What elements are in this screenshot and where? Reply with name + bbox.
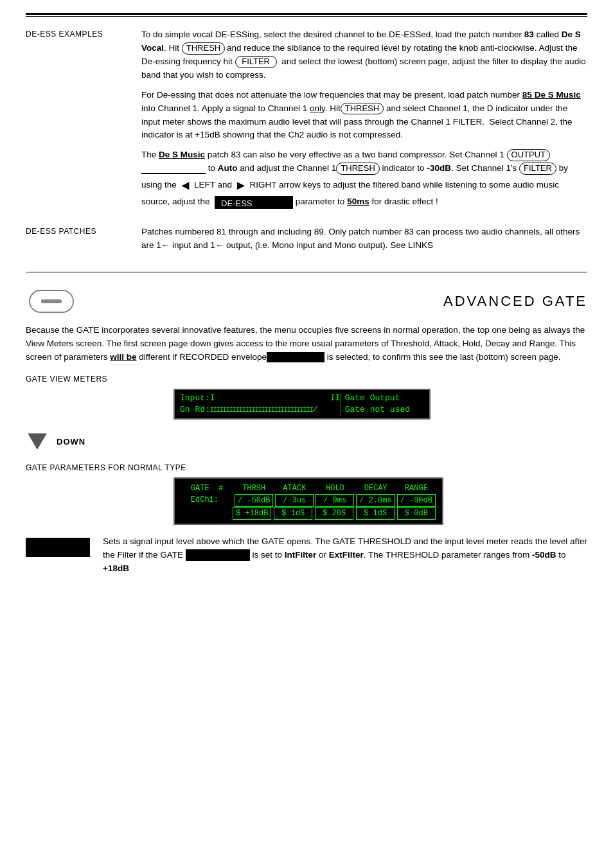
de-ess-patches-label: DE-ESS PATCHES: [26, 226, 141, 259]
param-range-val: / -90dB: [397, 494, 436, 507]
param-thrsh-label: THRSH: [235, 483, 273, 494]
down-arrow-row: DOWN: [26, 430, 587, 453]
lcd-left-panel: Input:I II Gn Rd:IIIIIIIIIIIIIIIIIIIIIII…: [180, 393, 341, 416]
50ms-label: 50ms: [347, 197, 369, 206]
range-to-label: +18dB: [103, 563, 129, 573]
de-ess-patches-content: Patches numbered 81 through and includin…: [141, 226, 587, 259]
gate-params-lcd: GATE # THRSH ATACK HOLD DECAY RANGE EdCh…: [173, 477, 443, 525]
gate-view-meters-label: GATE VIEW METERS: [26, 375, 587, 384]
range-from-label: -50dB: [532, 550, 556, 560]
gate-icon-bar: [41, 299, 62, 303]
param-hold-val: / 9ms: [315, 494, 354, 507]
param-edch1: EdCh1:: [181, 494, 233, 507]
minus-30db: -30dB: [427, 163, 451, 173]
lcd-row-1: Input:I II Gn Rd:IIIIIIIIIIIIIIIIIIIIIII…: [180, 393, 424, 416]
param-hold-val2: $ 20S: [315, 507, 353, 520]
patch-number-83: 83: [524, 30, 534, 39]
param-decay-val2: $ 1dS: [356, 507, 395, 520]
lcd-input-row: Input:I II: [180, 393, 341, 404]
params-row-2: EdCh1: / -50dB / 3us / 9ms / 2.0ms / -90…: [181, 494, 436, 507]
gate-icon-oval: [29, 290, 74, 313]
advanced-gate-header: ADVANCED GATE: [26, 285, 587, 317]
ext-filter-label: ExtFilter: [329, 550, 364, 560]
param-atack-label: ATACK: [275, 483, 314, 494]
output-input[interactable]: [141, 164, 206, 174]
top-rule-thin: [26, 16, 587, 17]
threshold-p1: Sets a signal input level above which th…: [103, 535, 587, 576]
auto-label: Auto: [218, 163, 238, 173]
gate-params-container: GATE # THRSH ATACK HOLD DECAY RANGE EdCh…: [26, 477, 587, 525]
patch-85-label: 85 De S Music: [522, 90, 581, 100]
advanced-gate-intro: Because the GATE incorporates several in…: [26, 324, 587, 364]
gate-params-label: GATE PARAMETERS FOR NORMAL TYPE: [26, 463, 587, 472]
de-ess-param-box: DE-ESS: [215, 196, 293, 209]
left-arrow-icon: ◄: [179, 178, 192, 192]
lcd-gate-not-used: Gate not used: [345, 404, 424, 416]
filter-button-2[interactable]: FILTER: [519, 163, 556, 175]
meter-bar: IIIIIIIIIIIIIIIIIIIIIIIIIIIIIIII: [210, 406, 313, 415]
svg-marker-0: [28, 434, 46, 449]
threshold-content: Sets a signal input level above which th…: [103, 535, 587, 576]
param-atack-val: / 3us: [275, 494, 314, 507]
gate-meters-display: Input:I II Gn Rd:IIIIIIIIIIIIIIIIIIIIIII…: [173, 389, 587, 420]
gate-icon-container: [26, 285, 77, 317]
top-rule-thick: [26, 13, 587, 15]
de-ess-p2: For De-essing that does not attenuate th…: [141, 89, 587, 143]
de-ess-p1: To do simple vocal DE-ESSing, select the…: [141, 28, 587, 82]
de-ess-patches-text: Patches numbered 81 through and includin…: [141, 226, 587, 252]
param-hold-label: HOLD: [316, 483, 355, 494]
param-range-val2: $ 0dB: [397, 507, 436, 520]
will-be-text: will be: [110, 352, 136, 362]
param-thrsh-val: / -50dB: [235, 494, 273, 507]
de-ess-examples-content: To do simple vocal DE-ESSing, select the…: [141, 28, 587, 215]
lcd-meter-row: Gn Rd:IIIIIIIIIIIIIIIIIIIIIIIIIIIIIIII/: [180, 404, 341, 416]
threshold-section: Sets a signal input level above which th…: [26, 535, 587, 576]
params-row-3: $ +18dB $ 1dS $ 20S $ 1dS $ 0dB: [233, 507, 436, 520]
thresh-button-1[interactable]: THRESH: [182, 42, 225, 55]
filter-button-1[interactable]: FILTER: [235, 56, 277, 68]
lcd-gate-output: Gate Output: [345, 393, 424, 404]
advanced-gate-title: ADVANCED GATE: [77, 293, 587, 310]
thresh-button-2[interactable]: THRESH: [341, 103, 384, 115]
de-s-music-label: De S Music: [159, 150, 205, 159]
gate-type-input[interactable]: [186, 549, 250, 561]
right-arrow-icon: ►: [235, 178, 247, 192]
param-decay-label: DECAY: [357, 483, 395, 494]
gate-params-display: GATE # THRSH ATACK HOLD DECAY RANGE EdCh…: [173, 477, 587, 525]
params-row-1: GATE # THRSH ATACK HOLD DECAY RANGE: [181, 483, 436, 494]
de-ess-patches-section: DE-ESS PATCHES Patches numbered 81 throu…: [26, 226, 587, 259]
down-arrow-icon: [26, 430, 49, 453]
down-label: DOWN: [57, 437, 85, 447]
int-filter-label: IntFilter: [285, 550, 317, 560]
de-ess-examples-label: DE-ESS EXAMPLES: [26, 28, 141, 215]
de-ess-examples-section: DE-ESS EXAMPLES To do simple vocal DE-ES…: [26, 28, 587, 215]
threshold-black-box: [26, 538, 90, 557]
only-text: only: [310, 103, 325, 113]
gate-view-meters-container: Input:I II Gn Rd:IIIIIIIIIIIIIIIIIIIIIII…: [26, 389, 587, 420]
param-decay-val: / 2.0ms: [356, 494, 395, 507]
de-ess-p3: The De S Music patch 83 can also be very…: [141, 148, 587, 209]
param-atack-val2: $ 1dS: [274, 507, 312, 520]
param-gate-label: GATE #: [181, 483, 233, 494]
output-button[interactable]: OUTPUT: [507, 149, 550, 161]
thresh-button-3[interactable]: THRESH: [336, 163, 379, 175]
the-word: the: [431, 536, 443, 546]
page: DE-ESS EXAMPLES To do simple vocal DE-ES…: [0, 0, 613, 868]
section-divider-1: [26, 272, 587, 272]
gate-lcd-screen: Input:I II Gn Rd:IIIIIIIIIIIIIIIIIIIIIII…: [173, 389, 431, 420]
advanced-gate-intro-p: Because the GATE incorporates several in…: [26, 324, 587, 364]
recorded-envelope-input[interactable]: [267, 352, 324, 362]
param-thrsh-val2: $ +18dB: [233, 507, 271, 520]
lcd-right-panel: Gate Output Gate not used: [341, 393, 424, 416]
param-range-label: RANGE: [397, 483, 436, 494]
